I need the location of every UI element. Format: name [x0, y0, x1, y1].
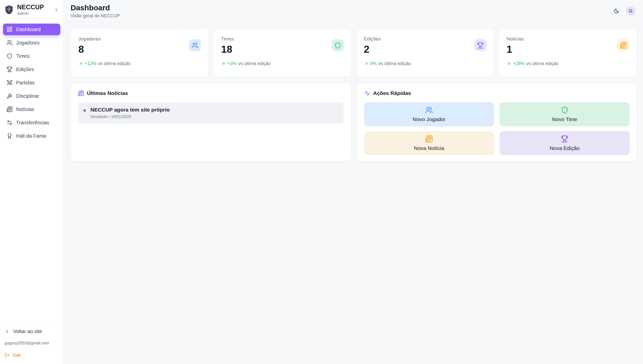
- sidebar-item-transferencias[interactable]: Transferências: [3, 117, 60, 128]
- sidebar-item-dashboard[interactable]: Dashboard: [3, 24, 60, 35]
- shield-icon: [561, 106, 568, 114]
- stat-trend-value: 0%: [370, 61, 377, 66]
- quick-action-label: Novo Time: [552, 116, 577, 122]
- news-item-meta: Novidade • 19/01/2026: [90, 115, 170, 119]
- chevron-left-icon: [54, 8, 59, 12]
- sidebar-nav: Dashboard Jogadores Times Edições Partid…: [0, 20, 63, 323]
- newspaper-icon: [425, 135, 433, 143]
- stat-card-edicoes: Edições 2 0% vs última edição: [356, 29, 494, 77]
- stat-trend-value: +3%: [227, 61, 237, 66]
- stat-label: Notícias: [507, 36, 629, 42]
- transfer-arrows-icon: [7, 120, 13, 126]
- page-title: Dashboard: [71, 4, 120, 12]
- moon-icon: [614, 8, 619, 14]
- stat-card-jogadores: Jogadores 8 +12% vs última edição: [71, 29, 209, 77]
- sidebar-item-edicoes[interactable]: Edições: [3, 64, 60, 75]
- stat-label: Times: [221, 36, 344, 42]
- sidebar-item-hall-da-fama[interactable]: Hall da Fama: [3, 130, 60, 142]
- latest-news-panel: Últimas Notícias NECCUP agora tem site p…: [71, 83, 351, 162]
- stat-label: Jogadores: [78, 36, 201, 42]
- sidebar-footer: Voltar ao site gugucp2003@gmail.com Sair: [0, 323, 63, 364]
- sidebar-item-noticias[interactable]: Notícias: [3, 103, 60, 115]
- users-icon: [425, 106, 433, 114]
- stat-card-noticias: Notícias 1 +28% vs última edição: [499, 29, 637, 77]
- new-news-button[interactable]: Nova Notícia: [364, 131, 494, 155]
- panel-title: Ações Rápidas: [373, 90, 411, 96]
- shield-icon: [334, 42, 341, 49]
- new-player-button[interactable]: Novo Jogador: [364, 102, 494, 126]
- main-area: Dashboard Visão geral do NECCUP G Jogado…: [64, 0, 643, 364]
- back-to-site-link[interactable]: Voltar ao site: [5, 329, 59, 334]
- news-item-title: NECCUP agora tem site próprio: [90, 107, 170, 113]
- stat-trend-suffix: vs última edição: [238, 61, 271, 66]
- layout-dashboard-icon: [7, 26, 13, 32]
- brand-header: NECCUP Admin: [0, 0, 63, 20]
- sidebar-item-label: Jogadores: [16, 40, 39, 46]
- topbar: Dashboard Visão geral do NECCUP G: [64, 0, 643, 22]
- app-window: NECCUP Admin Dashboard Jogadores Times: [0, 0, 643, 364]
- gavel-icon: [7, 93, 13, 99]
- stat-trend-value: +28%: [513, 61, 525, 66]
- sidebar-item-label: Hall da Fama: [16, 133, 46, 139]
- logout-icon: [5, 353, 10, 358]
- sidebar-item-disciplinar[interactable]: Disciplinar: [3, 90, 60, 102]
- sidebar-item-label: Partidas: [16, 80, 34, 86]
- award-icon: [7, 133, 13, 139]
- new-edition-button[interactable]: Nova Edição: [500, 131, 630, 155]
- stat-value: 2: [364, 44, 487, 55]
- quick-action-label: Nova Notícia: [414, 145, 444, 151]
- newspaper-icon: [7, 106, 13, 112]
- stat-value: 1: [507, 44, 629, 55]
- trophy-icon: [477, 42, 484, 49]
- news-list-item[interactable]: NECCUP agora tem site próprio Novidade •…: [78, 102, 344, 124]
- brand-subtitle: Admin: [17, 11, 50, 16]
- shield-icon: [7, 53, 13, 59]
- trophy-icon: [561, 135, 568, 143]
- sidebar-item-partidas[interactable]: Partidas: [3, 77, 60, 88]
- sidebar-collapse-button[interactable]: [53, 6, 60, 13]
- panel-title: Últimas Notícias: [87, 90, 128, 96]
- quick-action-label: Novo Jogador: [413, 116, 446, 122]
- sidebar-item-label: Transferências: [16, 120, 49, 126]
- sidebar-item-label: Edições: [16, 67, 34, 72]
- panels-row: Últimas Notícias NECCUP agora tem site p…: [71, 83, 637, 162]
- quick-actions-panel: Ações Rápidas Novo Jogador Novo Time: [357, 83, 637, 162]
- chevron-left-icon: [5, 329, 10, 334]
- newspaper-icon: [620, 42, 627, 49]
- stat-trend-suffix: vs última edição: [526, 61, 559, 66]
- neccup-logo-icon: [4, 5, 14, 15]
- arrow-up-right-icon: [507, 62, 511, 66]
- stat-value: 8: [78, 44, 201, 55]
- arrow-up-right-icon: [221, 62, 226, 66]
- logout-button[interactable]: Sair: [5, 352, 59, 358]
- stats-row: Jogadores 8 +12% vs última edição Times …: [71, 29, 637, 77]
- activity-icon: [364, 90, 370, 96]
- dark-mode-toggle[interactable]: [612, 7, 621, 16]
- stat-card-times: Times 18 +3% vs última edição: [213, 29, 351, 77]
- avatar[interactable]: G: [626, 6, 635, 16]
- sidebar-item-label: Disciplinar: [16, 93, 39, 99]
- users-icon: [7, 40, 13, 46]
- sidebar: NECCUP Admin Dashboard Jogadores Times: [0, 0, 64, 364]
- quick-action-label: Nova Edição: [550, 145, 580, 151]
- sidebar-item-jogadores[interactable]: Jogadores: [3, 37, 60, 48]
- swords-icon: [7, 80, 13, 86]
- back-to-site-label: Voltar ao site: [13, 329, 42, 334]
- logout-label: Sair: [13, 352, 21, 358]
- user-email: gugucp2003@gmail.com: [5, 341, 59, 345]
- sidebar-item-label: Dashboard: [16, 27, 41, 32]
- new-team-button[interactable]: Novo Time: [500, 102, 630, 126]
- stat-trend-suffix: vs última edição: [98, 61, 131, 66]
- arrow-up-right-icon: [78, 62, 83, 66]
- sidebar-item-label: Notícias: [16, 107, 34, 112]
- stat-label: Edições: [364, 36, 487, 42]
- trophy-icon: [7, 66, 13, 72]
- page-subtitle: Visão geral do NECCUP: [71, 13, 120, 19]
- stat-trend-suffix: vs última edição: [379, 61, 411, 66]
- dashboard-content: Jogadores 8 +12% vs última edição Times …: [64, 22, 643, 162]
- arrow-up-right-icon: [364, 62, 368, 66]
- news-bullet-dot: [83, 109, 86, 112]
- newspaper-icon: [78, 90, 84, 96]
- sidebar-item-times[interactable]: Times: [3, 50, 60, 62]
- sidebar-item-label: Times: [16, 53, 30, 59]
